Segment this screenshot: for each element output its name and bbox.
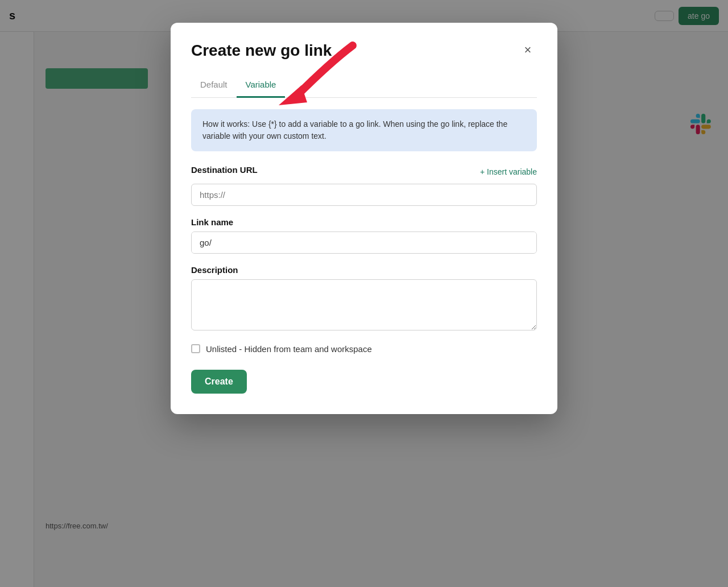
tab-default[interactable]: Default <box>191 74 237 98</box>
destination-url-label-row: Destination URL + Insert variable <box>191 165 537 179</box>
modal-header: Create new go link × <box>191 41 537 60</box>
insert-variable-button[interactable]: + Insert variable <box>480 167 537 176</box>
unlisted-checkbox[interactable] <box>191 344 200 353</box>
close-button[interactable]: × <box>519 41 537 59</box>
unlisted-checkbox-row: Unlisted - Hidden from team and workspac… <box>191 344 537 354</box>
description-textarea[interactable] <box>191 279 537 330</box>
destination-url-label: Destination URL <box>191 165 258 175</box>
link-name-group: Link name go/ <box>191 217 537 254</box>
destination-url-input[interactable] <box>191 184 537 206</box>
description-group: Description <box>191 265 537 333</box>
create-button[interactable]: Create <box>191 370 247 394</box>
link-prefix: go/ <box>192 232 212 253</box>
unlisted-label[interactable]: Unlisted - Hidden from team and workspac… <box>206 344 372 354</box>
modal-title: Create new go link <box>191 41 332 60</box>
modal-dialog: Create new go link × Default Variable Ho… <box>171 23 557 414</box>
modal-overlay[interactable]: Create new go link × Default Variable Ho… <box>0 0 728 587</box>
destination-url-group: Destination URL + Insert variable <box>191 165 537 206</box>
description-label: Description <box>191 265 537 275</box>
link-name-wrapper: go/ <box>191 232 537 254</box>
modal-tabs: Default Variable <box>191 74 537 98</box>
info-box: How it works: Use {*} to add a variable … <box>191 109 537 151</box>
link-name-input[interactable] <box>212 232 536 253</box>
tab-variable[interactable]: Variable <box>237 74 286 98</box>
link-name-label: Link name <box>191 217 537 227</box>
